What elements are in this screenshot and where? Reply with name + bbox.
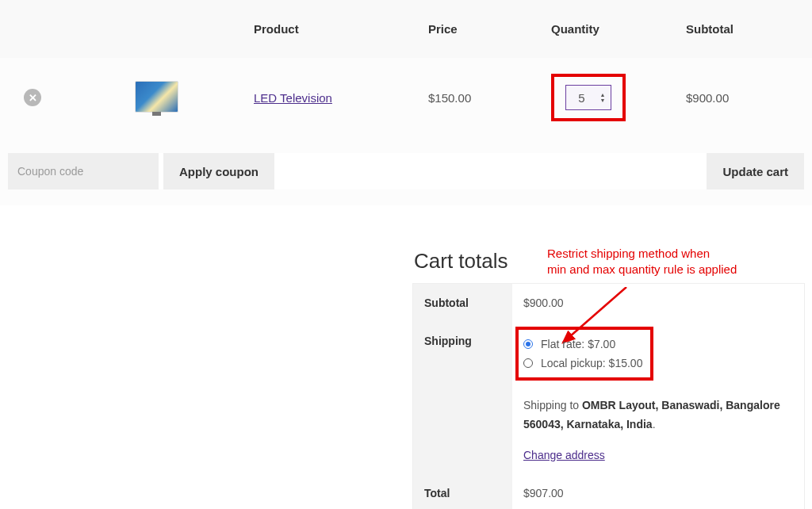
change-address-link[interactable]: Change address (523, 449, 605, 461)
update-cart-button[interactable]: Update cart (707, 153, 804, 189)
subtotal-row: Subtotal $900.00 (413, 284, 804, 322)
item-price: $150.00 (428, 91, 471, 105)
coupon-input[interactable] (8, 153, 159, 189)
shipping-option-flat-rate[interactable]: Flat rate: $7.00 (523, 335, 642, 354)
annotation-text: Restrict shipping method when min and ma… (547, 246, 801, 278)
remove-item-button[interactable]: ✕ (24, 89, 41, 106)
cart-actions-row: Apply coupon Update cart (0, 137, 812, 205)
total-label: Total (413, 474, 512, 509)
cart-totals-box: Subtotal $900.00 Shipping Flat rate: $7.… (412, 283, 805, 509)
radio-icon (523, 358, 533, 368)
apply-coupon-button[interactable]: Apply coupon (163, 153, 274, 189)
shipping-option-label: Flat rate: $7.00 (541, 338, 615, 350)
total-value: $907.00 (512, 474, 804, 509)
col-product: Product (246, 0, 420, 58)
shipping-label: Shipping (413, 322, 512, 474)
subtotal-label: Subtotal (413, 284, 512, 322)
radio-icon (523, 339, 533, 349)
close-icon: ✕ (29, 92, 37, 104)
shipping-destination: Shipping to OMBR Layout, Banaswadi, Bang… (523, 396, 793, 434)
subtotal-value: $900.00 (512, 284, 804, 322)
col-price: Price (420, 0, 543, 58)
col-remove (0, 0, 56, 58)
col-quantity: Quantity (543, 0, 678, 58)
table-row: ✕ LED Television $150.00 5 ▲ (0, 58, 812, 137)
shipping-option-label: Local pickup: $15.00 (541, 357, 642, 369)
col-thumb (56, 0, 246, 58)
total-row: Total $907.00 (413, 474, 804, 509)
cart-table: Product Price Quantity Subtotal ✕ LED Te… (0, 0, 812, 205)
product-thumbnail[interactable] (135, 81, 178, 113)
quantity-value: 5 (566, 91, 597, 105)
shipping-option-local-pickup[interactable]: Local pickup: $15.00 (523, 354, 642, 373)
qty-up-icon[interactable]: ▲ (597, 92, 608, 98)
col-subtotal: Subtotal (678, 0, 812, 58)
quantity-stepper[interactable]: 5 ▲ ▼ (565, 85, 611, 110)
shipping-row: Shipping Flat rate: $7.00 Local pickup: … (413, 322, 804, 474)
cart-totals-section: Restrict shipping method when min and ma… (412, 249, 805, 509)
product-link[interactable]: LED Television (254, 91, 332, 105)
tv-icon (135, 81, 178, 113)
item-subtotal: $900.00 (686, 91, 729, 105)
shipping-highlight: Flat rate: $7.00 Local pickup: $15.00 (515, 327, 653, 381)
quantity-highlight: 5 ▲ ▼ (551, 74, 626, 121)
qty-down-icon[interactable]: ▼ (597, 98, 608, 103)
